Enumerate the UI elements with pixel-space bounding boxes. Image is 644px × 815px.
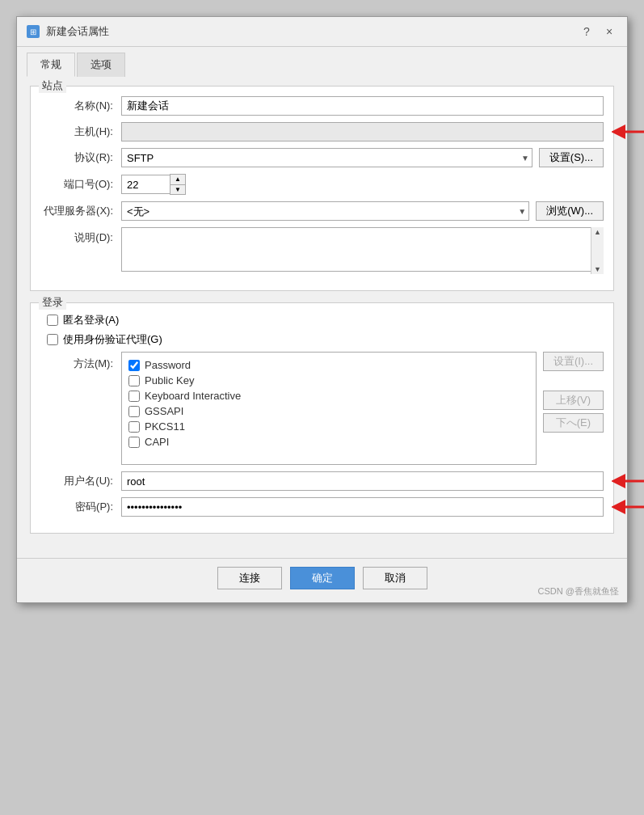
tab-options[interactable]: 选项: [77, 53, 125, 77]
name-row: 名称(N):: [40, 96, 604, 116]
protocol-select[interactable]: SFTP FTP SCP: [121, 148, 532, 167]
method-buttons: 设置(I)... 上移(V) 下へ(E): [543, 352, 604, 433]
auth-proxy-label: 使用身份验证代理(G): [63, 332, 162, 347]
ok-button[interactable]: 确定: [290, 567, 355, 589]
tab-bar: 常规 选项: [17, 47, 627, 76]
method-capi: CAPI: [128, 434, 529, 450]
host-label: 主机(H):: [40, 125, 113, 139]
name-label: 名称(N):: [40, 99, 113, 113]
scroll-up-arrow: ▲: [594, 228, 601, 236]
name-input[interactable]: [121, 96, 604, 116]
password-arrow: [612, 498, 644, 516]
host-input[interactable]: [121, 122, 604, 141]
proxy-select-row: <无> ▼ 浏览(W)...: [121, 201, 604, 221]
port-control: ▲ ▼: [121, 174, 604, 195]
proxy-select-wrap: <无> ▼: [121, 201, 529, 221]
method-pkcs11-label: PKCS11: [145, 420, 185, 433]
protocol-control: SFTP FTP SCP ▼ 设置(S)...: [121, 148, 604, 167]
desc-wrapper: ▲ ▼: [121, 227, 604, 274]
method-list: Password Public Key Keyboard Interactive: [121, 352, 537, 465]
auth-proxy-checkbox[interactable]: [47, 334, 58, 345]
method-keyboard-interactive: Keyboard Interactive: [128, 388, 529, 403]
desc-control: ▲ ▼: [121, 227, 604, 274]
tab-general[interactable]: 常规: [27, 53, 75, 77]
password-control: [121, 497, 604, 517]
help-button[interactable]: ?: [579, 23, 595, 40]
protocol-select-wrap: SFTP FTP SCP ▼: [121, 148, 532, 167]
method-public-key-checkbox[interactable]: [128, 375, 140, 386]
auth-proxy-row: 使用身份验证代理(G): [40, 332, 604, 347]
proxy-row: 代理服务器(X): <无> ▼ 浏览(W)...: [40, 201, 604, 221]
username-row: 用户名(U):: [40, 471, 604, 491]
method-pkcs11: PKCS11: [128, 419, 529, 434]
method-capi-label: CAPI: [145, 436, 169, 448]
username-label: 用户名(U):: [40, 474, 113, 488]
close-button[interactable]: ×: [601, 23, 617, 40]
host-arrow: [612, 123, 644, 141]
station-legend: 站点: [39, 78, 66, 93]
method-gssapi-checkbox[interactable]: [128, 406, 140, 417]
desc-row: 说明(D): ▲ ▼: [40, 227, 604, 274]
port-input[interactable]: [121, 175, 170, 194]
password-label: 密码(P):: [40, 500, 113, 514]
app-icon: ⊞: [27, 25, 40, 38]
method-control: Password Public Key Keyboard Interactive: [121, 352, 604, 465]
dialog: ⊞ 新建会话属性 ? × 常规 选项 站点 名称(N): 主机(H):: [16, 16, 628, 603]
watermark: CSDN @香焦就鱼怪: [538, 585, 619, 598]
anon-label: 匿名登录(A): [63, 313, 119, 327]
cancel-button[interactable]: 取消: [363, 567, 427, 589]
protocol-label: 协议(R):: [40, 150, 113, 165]
port-row: 端口号(O): ▲ ▼: [40, 174, 604, 195]
method-row: 方法(M): Password Public Key: [40, 352, 604, 465]
title-bar: ⊞ 新建会话属性 ? ×: [17, 17, 627, 47]
password-input[interactable]: [121, 497, 604, 517]
station-section: 站点 名称(N): 主机(H):: [30, 86, 614, 291]
method-settings-button[interactable]: 设置(I)...: [543, 352, 604, 371]
protocol-row: 协议(R): SFTP FTP SCP ▼ 设置(S)...: [40, 148, 604, 167]
method-move-buttons: 上移(V) 下へ(E): [543, 391, 604, 433]
scroll-down-arrow: ▼: [594, 265, 601, 273]
proxy-browse-button[interactable]: 浏览(W)...: [536, 201, 604, 221]
port-decrement-button[interactable]: ▼: [170, 184, 185, 194]
method-capi-checkbox[interactable]: [128, 437, 140, 448]
dialog-title: 新建会话属性: [46, 24, 109, 39]
proxy-control: <无> ▼ 浏览(W)...: [121, 201, 604, 221]
method-move-down-button[interactable]: 下へ(E): [543, 413, 604, 433]
method-label: 方法(M):: [40, 357, 113, 371]
username-control: [121, 471, 604, 491]
title-bar-controls: ? ×: [579, 23, 617, 40]
connect-button[interactable]: 连接: [217, 567, 282, 589]
method-gssapi-label: GSSAPI: [145, 405, 183, 417]
host-control: [121, 122, 604, 141]
desc-scrollbar[interactable]: ▲ ▼: [591, 227, 604, 274]
port-label: 端口号(O):: [40, 177, 113, 192]
desc-input[interactable]: [121, 227, 604, 272]
protocol-select-row: SFTP FTP SCP ▼ 设置(S)...: [121, 148, 604, 167]
port-increment-button[interactable]: ▲: [170, 175, 185, 184]
method-keyboard-interactive-label: Keyboard Interactive: [145, 390, 241, 402]
username-input[interactable]: [121, 471, 604, 491]
login-section: 登录 匿名登录(A) 使用身份验证代理(G) 方法(M):: [30, 302, 614, 534]
desc-label: 说明(D):: [40, 230, 113, 245]
title-bar-left: ⊞ 新建会话属性: [27, 24, 109, 39]
password-row: 密码(P):: [40, 497, 604, 517]
method-keyboard-interactive-checkbox[interactable]: [128, 391, 140, 402]
protocol-settings-button[interactable]: 设置(S)...: [539, 148, 604, 167]
method-section: Password Public Key Keyboard Interactive: [121, 352, 604, 465]
method-gssapi: GSSAPI: [128, 403, 529, 419]
anon-row: 匿名登录(A): [40, 313, 604, 327]
method-pkcs11-checkbox[interactable]: [128, 421, 140, 433]
login-legend: 登录: [39, 295, 66, 310]
method-move-up-button[interactable]: 上移(V): [543, 391, 604, 410]
tab-content-general: 站点 名称(N): 主机(H):: [17, 76, 627, 558]
footer-buttons: 连接 确定 取消: [17, 558, 627, 602]
port-spinner: ▲ ▼: [121, 174, 194, 195]
username-arrow: [612, 472, 644, 490]
name-control: [121, 96, 604, 116]
method-password-checkbox[interactable]: [128, 360, 140, 371]
method-public-key-label: Public Key: [145, 374, 194, 386]
method-password-label: Password: [145, 359, 191, 371]
port-spin-buttons: ▲ ▼: [170, 174, 186, 195]
anon-checkbox[interactable]: [47, 315, 58, 326]
proxy-select[interactable]: <无>: [121, 201, 529, 221]
